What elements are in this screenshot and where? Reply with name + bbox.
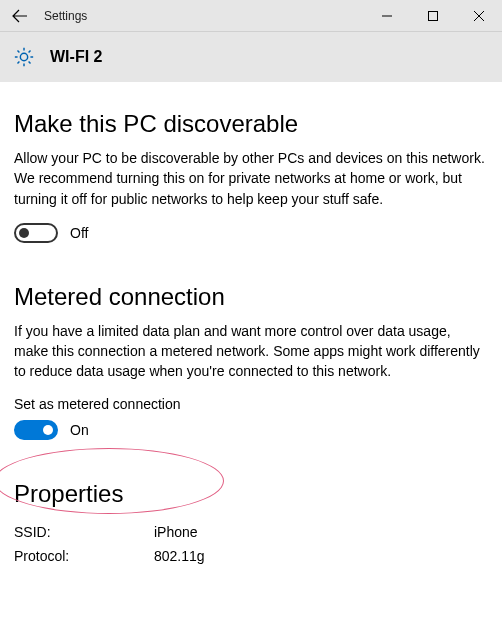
minimize-button[interactable] (364, 0, 410, 32)
discoverable-description: Allow your PC to be discoverable by othe… (14, 148, 488, 209)
properties-table: SSID: iPhone Protocol: 802.11g (14, 520, 488, 568)
property-key: SSID: (14, 524, 154, 540)
metered-sublabel: Set as metered connection (14, 396, 488, 412)
discoverable-toggle-row: Off (14, 223, 488, 243)
table-row: Protocol: 802.11g (14, 544, 488, 568)
toggle-knob-icon (43, 425, 53, 435)
metered-toggle-row: On (14, 420, 488, 440)
table-row: SSID: iPhone (14, 520, 488, 544)
toggle-knob-icon (19, 228, 29, 238)
window-controls (364, 0, 502, 32)
metered-description: If you have a limited data plan and want… (14, 321, 488, 382)
maximize-icon (428, 11, 438, 21)
minimize-icon (382, 11, 392, 21)
metered-toggle-label: On (70, 422, 89, 438)
maximize-button[interactable] (410, 0, 456, 32)
discoverable-heading: Make this PC discoverable (14, 110, 488, 138)
discoverable-toggle[interactable] (14, 223, 58, 243)
discoverable-toggle-label: Off (70, 225, 88, 241)
settings-gear-icon (12, 45, 36, 69)
close-icon (474, 11, 484, 21)
property-key: Protocol: (14, 548, 154, 564)
window-title: Settings (40, 9, 364, 23)
back-arrow-icon (12, 8, 28, 24)
close-button[interactable] (456, 0, 502, 32)
metered-toggle[interactable] (14, 420, 58, 440)
properties-heading: Properties (14, 480, 488, 508)
network-name: WI-FI 2 (50, 48, 102, 66)
titlebar: Settings (0, 0, 502, 32)
metered-heading: Metered connection (14, 283, 488, 311)
svg-rect-0 (429, 11, 438, 20)
property-value: iPhone (154, 524, 488, 540)
back-button[interactable] (0, 0, 40, 32)
content-area: Make this PC discoverable Allow your PC … (0, 82, 502, 633)
property-value: 802.11g (154, 548, 488, 564)
page-header: WI-FI 2 (0, 32, 502, 82)
